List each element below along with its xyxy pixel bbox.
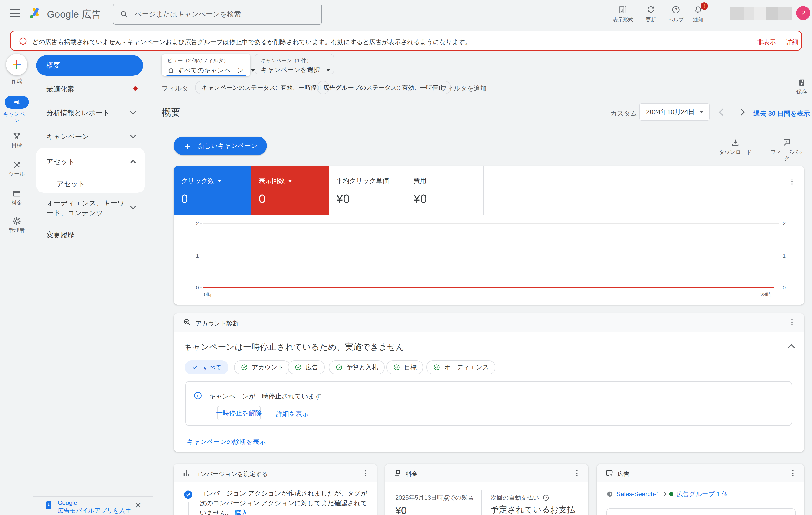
conversion-card-header: コンバージョンを測定する xyxy=(174,464,377,483)
mobile-app-promo-link[interactable]: Google 広告モバイルアプリを入手 xyxy=(58,499,131,515)
ad-breadcrumb: Sales-Search-1 広告グループ 1 個 xyxy=(606,490,728,498)
purchase-link[interactable]: 購入 xyxy=(235,509,248,515)
billing-icon xyxy=(394,468,402,477)
create-plus-icon xyxy=(11,59,22,70)
feedback-label: フィードバック xyxy=(768,149,806,161)
conversion-card-title: コンバージョンを測定する xyxy=(194,470,268,478)
promo-divider xyxy=(33,496,153,497)
date-prev-icon[interactable] xyxy=(719,109,726,116)
resume-button[interactable]: 一時停止を解除 xyxy=(218,406,261,420)
sidenav-item-change-history[interactable]: 変更履歴 xyxy=(47,230,74,240)
create-button[interactable] xyxy=(6,54,27,75)
check-circle-icon xyxy=(433,364,440,371)
page-title: 概要 xyxy=(162,106,180,119)
diagnosis-chip-ads[interactable]: 広告 xyxy=(288,360,325,374)
chevron-down-icon[interactable] xyxy=(130,203,136,209)
diagnosis-chip-audience[interactable]: オーディエンス xyxy=(427,360,495,374)
google-ads-app: Google 広告 表示形式 更新 ? ヘルプ 通知 ! 2 どの広告も掲載され… xyxy=(0,0,812,515)
rail-item-campaigns[interactable] xyxy=(5,96,29,109)
ad-preview[interactable]: ペコリスへようこそ | PPC広告のことなら | 縛りなしの簡単契約 広告 xyxy=(606,509,796,515)
rail-item-tools[interactable] xyxy=(12,160,21,170)
notifications-button[interactable]: 通知 xyxy=(684,5,713,23)
diagnosis-chip-goals[interactable]: 目標 xyxy=(386,360,423,374)
y-tick-left: 2 xyxy=(188,220,199,226)
metric-tile-cost[interactable]: 費用 ¥0 xyxy=(406,166,484,215)
metric-tile-avg-cpc[interactable]: 平均クリック単価 ¥0 xyxy=(329,166,406,215)
svg-text:?: ? xyxy=(675,7,677,12)
billing-card-header: 料金 xyxy=(385,464,588,483)
billing-card-title: 料金 xyxy=(406,470,417,478)
diagnosis-chip-budget[interactable]: 予算と入札 xyxy=(329,360,385,374)
collapse-icon[interactable] xyxy=(788,344,795,351)
diagnosis-chip-all[interactable]: すべて xyxy=(185,360,228,374)
rail-item-billing[interactable] xyxy=(12,189,21,198)
appearance-button[interactable]: 表示形式 xyxy=(609,5,637,23)
diagnosis-title: アカウント診断 xyxy=(196,320,238,328)
menu-icon[interactable] xyxy=(10,9,20,19)
chart-more-menu-icon[interactable] xyxy=(788,177,796,186)
help-circle-icon[interactable]: ? xyxy=(542,494,549,501)
gridline xyxy=(203,223,779,224)
view-filter-dropdown[interactable]: ビュー（2 個のフィルタ） すべてのキャンペーン xyxy=(162,54,251,76)
dropdown-arrow-icon xyxy=(288,180,292,182)
notification-badge: ! xyxy=(700,2,708,10)
sidenav-item-assets-child[interactable]: アセット xyxy=(57,179,85,189)
filter-row-label: フィルタ xyxy=(162,84,188,93)
billing-more-menu-icon[interactable] xyxy=(573,469,581,477)
campaign-link[interactable]: Sales-Search-1 xyxy=(616,491,660,498)
ads-more-menu-icon[interactable] xyxy=(789,469,797,477)
search-input[interactable] xyxy=(134,10,303,19)
alert-hide-link[interactable]: 非表示 xyxy=(757,38,776,46)
dropdown-arrow-icon xyxy=(700,111,704,113)
diagnosis-more-menu-icon[interactable] xyxy=(788,318,796,327)
view-filter-value: すべてのキャンペーン xyxy=(177,66,244,75)
date-next-icon[interactable] xyxy=(737,109,745,116)
show-details-link[interactable]: 詳細を表示 xyxy=(276,410,309,418)
refresh-icon xyxy=(636,5,665,14)
diagnosis-heading: キャンペーンは一時停止されているため、実施できません xyxy=(183,341,404,353)
sidenav-item-assets[interactable]: アセット xyxy=(47,157,75,166)
promo-close-icon[interactable]: ✕ xyxy=(135,501,141,510)
download-icon[interactable] xyxy=(731,138,740,147)
mobile-app-icon xyxy=(44,500,54,510)
filter-chip-campaign-status[interactable]: キャンペーンのステータス:: 有効、一時停止 xyxy=(195,81,329,94)
recommendations-alert-dot xyxy=(133,86,138,91)
sidenav-item-recommendations[interactable]: 最適化案 xyxy=(47,85,74,94)
new-campaign-button[interactable]: ＋ 新しいキャンペーン xyxy=(174,137,267,155)
diagnosis-chip-account[interactable]: アカウント xyxy=(234,360,290,374)
alert-details-link[interactable]: 詳細 xyxy=(786,38,798,46)
column-divider xyxy=(481,490,482,515)
trophy-icon xyxy=(12,131,21,141)
campaign-diagnosis-link[interactable]: キャンペーンの診断を表示 xyxy=(187,437,266,446)
sidenav-item-insights[interactable]: 分析情報とレポート xyxy=(47,108,110,118)
chevron-down-icon[interactable] xyxy=(130,132,136,138)
search-box[interactable] xyxy=(113,4,322,25)
date-picker[interactable]: 2024年10月24日 xyxy=(639,103,710,121)
check-circle-icon xyxy=(336,364,343,371)
refresh-button[interactable]: 更新 xyxy=(636,5,665,23)
campaign-filter-dropdown[interactable]: キャンペーン（1 件） キャンペーンを選択 xyxy=(255,54,334,74)
account-diagnosis-card: アカウント診断 キャンペーンは一時停止されているため、実施できません すべて ア… xyxy=(174,313,804,452)
chevron-down-icon[interactable] xyxy=(130,109,136,115)
save-icon[interactable] xyxy=(797,78,806,87)
rail-item-goals[interactable] xyxy=(12,131,21,141)
y-tick-left: 0 xyxy=(188,285,199,291)
conversion-more-menu-icon[interactable] xyxy=(361,469,370,477)
dropdown-arrow-icon xyxy=(326,69,330,71)
campaign-filter-value: キャンペーンを選択 xyxy=(261,65,320,74)
adgroup-link[interactable]: 広告グループ 1 個 xyxy=(676,490,728,498)
feedback-icon[interactable] xyxy=(782,138,791,147)
sidenav-item-campaigns[interactable]: キャンペーン xyxy=(47,132,89,142)
rail-label-tools: ツール xyxy=(0,171,33,177)
sidenav-item-audiences[interactable]: オーディエンス、キーワード、コンテンツ xyxy=(47,198,130,218)
date-value: 2024年10月24日 xyxy=(646,108,695,116)
avatar[interactable]: 2 xyxy=(796,6,810,20)
metric-tile-clicks[interactable]: クリック数 0 xyxy=(174,166,251,215)
breadcrumb-chevron-icon xyxy=(662,492,666,496)
add-filter-link[interactable]: フィルタを追加 xyxy=(440,84,487,93)
rail-item-admin[interactable] xyxy=(12,216,21,226)
metric-tile-impressions[interactable]: 表示回数 0 xyxy=(251,166,329,215)
show-last-30-days-link[interactable]: 過去 30 日間を表示 xyxy=(753,109,810,118)
filter-chip-adgroup-status[interactable]: 広告グループのステータス:: 有効、一時停止 xyxy=(317,81,451,94)
sidenav-item-overview[interactable]: 概要 xyxy=(36,55,143,76)
